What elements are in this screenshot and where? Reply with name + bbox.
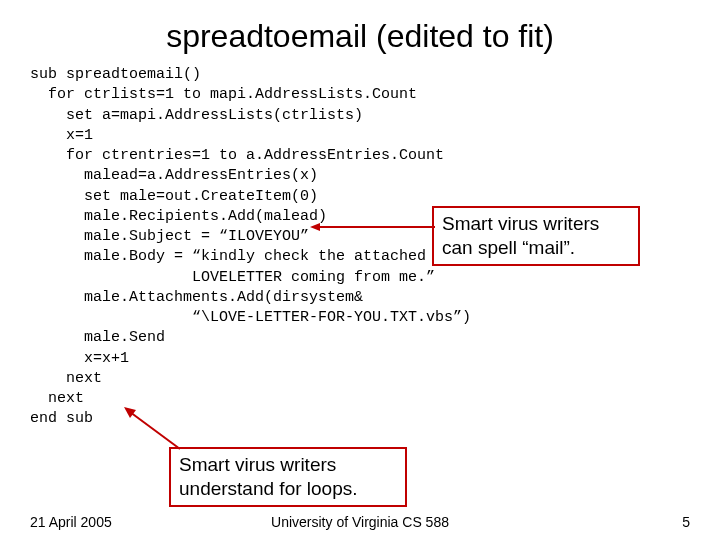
footer-affiliation: University of Virginia CS 588 xyxy=(0,514,720,530)
callout-mail-spelling: Smart virus writers can spell “mail”. xyxy=(432,206,640,266)
callout-for-loops: Smart virus writers understand for loops… xyxy=(169,447,407,507)
footer-page-number: 5 xyxy=(682,514,690,530)
slide-title: spreadtoemail (edited to fit) xyxy=(0,0,720,65)
